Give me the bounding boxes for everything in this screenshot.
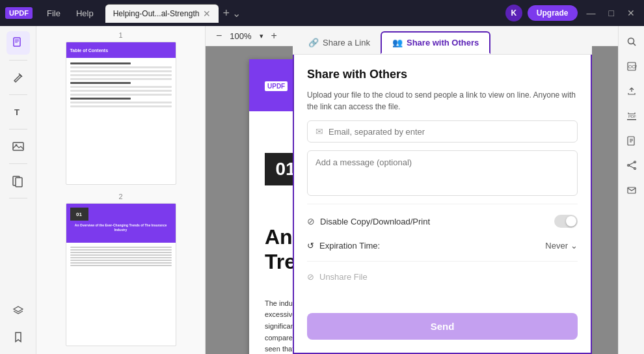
- tool-divider-3: [9, 129, 27, 129]
- tab-label: Helping-Out...al-Strength: [113, 9, 200, 18]
- thumb-line: [70, 62, 131, 64]
- disable-copy-toggle[interactable]: [554, 215, 578, 228]
- unshare-icon: ⊘: [307, 272, 314, 282]
- zoom-level-display: 100%: [230, 31, 251, 41]
- svg-point-10: [628, 38, 634, 44]
- thumb-toc-lines: [66, 58, 176, 112]
- ocr-icon[interactable]: OCR: [621, 56, 642, 77]
- thumb-line: [70, 74, 172, 76]
- thumb-line: [70, 86, 172, 88]
- tool-layers-icon[interactable]: [7, 299, 30, 323]
- thumb-line: [70, 90, 172, 92]
- pdf-updf-logo: UPDF: [265, 80, 290, 90]
- tab-document[interactable]: Helping-Out...al-Strength ✕: [105, 4, 219, 23]
- unshare-row: ⊘ Unshare File: [307, 269, 578, 284]
- thumb-body-lines: [66, 243, 176, 270]
- expiry-label: ↺ Expiration Time:: [307, 241, 380, 251]
- unshare-text: Unshare File: [319, 272, 368, 282]
- download-icon[interactable]: PDF↓: [621, 105, 642, 126]
- upload-icon[interactable]: [621, 81, 642, 102]
- svg-line-11: [633, 44, 636, 46]
- tab-share-link[interactable]: 🔗 Share a Link: [298, 31, 381, 54]
- share-panel-overlay: 🔗 Share a Link 👥 Share with Others Share…: [293, 26, 592, 354]
- toggle-knob: [566, 216, 576, 226]
- thumb-line: [70, 98, 131, 100]
- thumb-page2-header: 01 An Overview of the Ever-Changing Tren…: [66, 204, 176, 243]
- zoom-out-button[interactable]: −: [216, 30, 222, 42]
- share-icon[interactable]: [621, 155, 642, 176]
- left-sidebar: T: [0, 26, 36, 354]
- pdf-viewer: − 100% ▾ + UPDF 01 An Overview o Trends …: [206, 26, 618, 354]
- thumb-toc-header: Table of Contents: [66, 42, 176, 58]
- tab-share-others-label: Share with Others: [407, 38, 479, 48]
- divider-2: [307, 261, 578, 262]
- main-area: T 1 Table of Contents: [0, 26, 644, 354]
- titlebar-right: K Upgrade — □ ✕: [505, 5, 639, 21]
- thumb-img-2: 01 An Overview of the Ever-Changing Tren…: [66, 203, 176, 346]
- zoom-in-button[interactable]: +: [271, 30, 277, 42]
- share-panel-title: Share with Others: [307, 68, 578, 81]
- thumb-line: [70, 82, 131, 84]
- expiry-value[interactable]: Never ⌄: [545, 241, 578, 251]
- message-input[interactable]: [307, 150, 578, 196]
- thumb-line: [70, 94, 172, 96]
- tool-pages-icon[interactable]: [7, 169, 30, 193]
- menu-file[interactable]: File: [40, 6, 67, 21]
- disable-copy-row: ⊘ Disable Copy/Download/Print: [307, 212, 578, 230]
- divider: [307, 204, 578, 204]
- expiry-label-text: Expiration Time:: [319, 241, 380, 251]
- titlebar: UPDF File Help Helping-Out...al-Strength…: [0, 0, 644, 26]
- thumb-body-line: [70, 262, 172, 264]
- disable-copy-text: Disable Copy/Download/Print: [320, 217, 430, 226]
- minimize-button[interactable]: —: [583, 8, 600, 18]
- right-sidebar: OCR PDF↓: [618, 26, 644, 354]
- unshare-label: ⊘ Unshare File: [307, 272, 578, 282]
- tab-dropdown-button[interactable]: ⌄: [232, 7, 241, 20]
- zoom-dropdown-button[interactable]: ▾: [260, 32, 263, 40]
- share-panel-body: Share with Others Upload your file to th…: [293, 55, 592, 354]
- thumb-line: [70, 66, 172, 68]
- thumb-line: [70, 78, 172, 80]
- tool-divider-4: [9, 163, 27, 164]
- search-icon[interactable]: [621, 31, 642, 52]
- thumb-toc-label: Table of Contents: [70, 48, 109, 53]
- email-icon: ✉: [315, 126, 323, 137]
- email-icon[interactable]: [621, 180, 642, 200]
- close-button[interactable]: ✕: [623, 8, 639, 18]
- svg-text:OCR: OCR: [628, 64, 637, 69]
- expiry-arrow-icon: ⌄: [570, 241, 578, 251]
- copy-icon: ⊘: [307, 216, 315, 226]
- thumb-body-line: [70, 254, 172, 256]
- send-button[interactable]: Send: [307, 313, 578, 340]
- thumb-01-box: 01: [70, 208, 88, 221]
- thumb-page2-text: An Overview of the Ever-Changing Trends …: [70, 223, 172, 232]
- thumb-line: [70, 102, 172, 103]
- tab-add-button[interactable]: +: [222, 7, 230, 20]
- tool-text-icon[interactable]: T: [7, 100, 30, 124]
- clock-icon: ↺: [307, 241, 314, 251]
- share-others-icon: 👥: [392, 38, 403, 48]
- thumb-line: [70, 105, 172, 107]
- tab-bar: Helping-Out...al-Strength ✕ + ⌄: [105, 4, 505, 23]
- tool-image-icon[interactable]: [7, 135, 30, 158]
- tab-share-others[interactable]: 👥 Share with Others: [381, 31, 490, 54]
- thumb-body-line: [70, 247, 172, 248]
- maximize-button[interactable]: □: [605, 8, 618, 18]
- email-input-row: ✉: [307, 120, 578, 143]
- upgrade-button[interactable]: Upgrade: [528, 5, 578, 21]
- tool-divider-5: [9, 198, 27, 198]
- email-input[interactable]: [329, 127, 569, 137]
- convert-icon[interactable]: [621, 130, 642, 151]
- tab-share-link-label: Share a Link: [323, 38, 370, 48]
- link-icon: 🔗: [308, 38, 319, 48]
- thumbnail-page-2[interactable]: 2 01 An Overview of the Ever-Changing Tr…: [42, 193, 200, 346]
- tool-annotate-icon[interactable]: [7, 66, 30, 89]
- tab-close-button[interactable]: ✕: [203, 8, 211, 19]
- thumb-body-line: [70, 260, 172, 261]
- thumb-line: [70, 70, 172, 72]
- tool-read-icon[interactable]: [7, 31, 30, 55]
- thumbnail-page-1[interactable]: 1 Table of Contents: [42, 31, 200, 185]
- menu-help[interactable]: Help: [70, 6, 100, 21]
- expiry-row: ↺ Expiration Time: Never ⌄: [307, 238, 578, 253]
- tool-bookmark-icon[interactable]: [7, 325, 30, 349]
